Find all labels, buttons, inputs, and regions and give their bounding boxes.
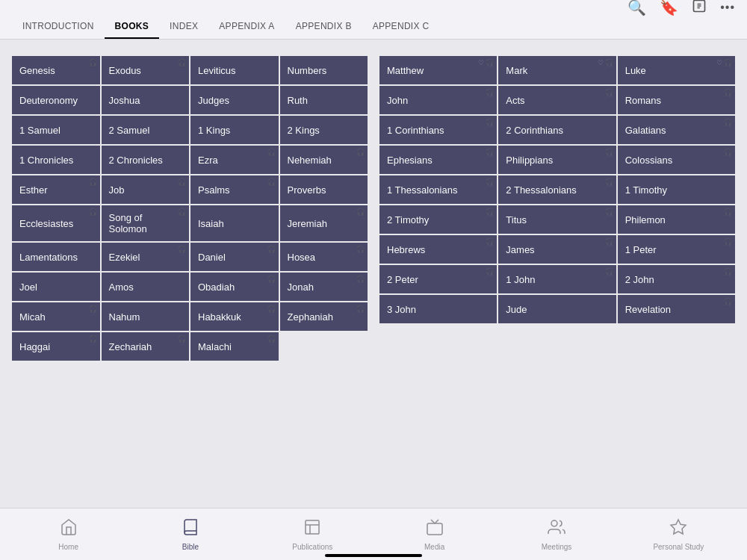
book-cell-2-john[interactable]: 2 John🎧 [618, 265, 735, 293]
book-name: Romans [625, 95, 661, 106]
book-cell-job[interactable]: Job🎧 [102, 175, 190, 204]
book-cell-judges[interactable]: Judges [190, 86, 279, 114]
publications-label: Publications [292, 543, 332, 551]
nav-tab-books[interactable]: BOOKS [105, 16, 160, 39]
book-cell-john[interactable]: John🎧 [379, 86, 497, 114]
book-audio-icon: 🎧 [356, 246, 365, 253]
book-cell-malachi[interactable]: Malachi🎧 [190, 332, 279, 361]
nav-tab-appendix_b[interactable]: APPENDIX B [285, 16, 362, 39]
book-cell-2-samuel[interactable]: 2 Samuel [102, 116, 190, 144]
book-cell-ezekiel[interactable]: Ezekiel🎧 [102, 243, 190, 271]
book-cell-1-corinthians[interactable]: 1 Corinthians🎧 [379, 116, 497, 144]
book-cell-1-timothy[interactable]: 1 Timothy [618, 175, 735, 204]
book-cell-numbers[interactable]: Numbers [280, 56, 368, 84]
book-cell-deuteronomy[interactable]: Deuteronomy [12, 86, 100, 114]
greek-section: Matthew♡🎧Mark♡🎧Luke♡🎧John🎧Acts🎧Romans🎧1 … [379, 52, 735, 361]
book-name: Jeremiah [288, 218, 327, 229]
bottom-nav-item-bible[interactable]: Bible [129, 518, 251, 551]
more-options-icon[interactable]: ••• [720, 1, 735, 14]
book-cell-james[interactable]: James🎧 [498, 235, 616, 264]
nav-tab-introduction[interactable]: INTRODUCTION [12, 16, 105, 39]
bottom-nav-item-publications[interactable]: Publications [252, 518, 374, 551]
book-cell-ruth[interactable]: Ruth [280, 86, 368, 114]
book-cell-1-peter[interactable]: 1 Peter🎧 [618, 235, 735, 264]
book-cell-galatians[interactable]: Galatians🎧 [618, 116, 735, 144]
book-cell-leviticus[interactable]: Leviticus [190, 56, 279, 84]
bottom-nav-item-personal-study[interactable]: Personal Study [618, 518, 740, 551]
bottom-nav-item-meetings[interactable]: Meetings [495, 518, 617, 551]
book-cell-amos[interactable]: Amos [102, 273, 190, 301]
book-cell-1-thessalonians[interactable]: 1 Thessalonians🎧 [379, 175, 497, 204]
book-cell-esther[interactable]: Esther🎧 [12, 175, 100, 204]
book-cell-acts[interactable]: Acts🎧 [498, 86, 616, 114]
book-name: 2 Peter [387, 274, 418, 285]
book-cell-psalms[interactable]: Psalms🎧 [190, 175, 279, 204]
book-cell-1-john[interactable]: 1 John🎧 [498, 265, 616, 293]
book-cell-ezra[interactable]: Ezra🎧 [190, 146, 279, 174]
book-cell-3-john[interactable]: 3 John [379, 295, 497, 323]
book-cell-2-chronicles[interactable]: 2 Chronicles [102, 146, 190, 174]
book-cell-ephesians[interactable]: Ephesians🎧 [379, 146, 497, 174]
audio-icon: 🎧 [724, 89, 732, 96]
book-cell-1-samuel[interactable]: 1 Samuel [12, 116, 100, 144]
book-cell-matthew[interactable]: Matthew♡🎧 [379, 56, 497, 84]
book-cell-titus[interactable]: Titus🎧 [498, 205, 616, 234]
book-cell-proverbs[interactable]: Proverbs [280, 175, 368, 204]
nav-tab-appendix_c[interactable]: APPENDIX C [362, 16, 440, 39]
bottom-nav-wrapper: HomeBiblePublicationsMediaMeetingsPerson… [0, 508, 747, 560]
book-cell-hosea[interactable]: Hosea🎧 [280, 243, 368, 271]
share-icon[interactable] [692, 0, 707, 17]
book-cell-joel[interactable]: Joel [12, 273, 100, 301]
bottom-nav-item-home[interactable]: Home [7, 518, 129, 551]
book-name: Philippians [506, 155, 553, 166]
book-cell-nehemiah[interactable]: Nehemiah🎧 [280, 146, 368, 174]
book-cell-colossians[interactable]: Colossians🎧 [618, 146, 735, 174]
audio-icon: 🎧 [724, 119, 732, 126]
book-icons: 🎧 [724, 149, 732, 156]
book-cell-joshua[interactable]: Joshua [102, 86, 190, 114]
book-cell-jude[interactable]: Jude [498, 295, 616, 323]
book-cell-haggai[interactable]: Haggai🎧 [12, 332, 100, 361]
book-cell-micah[interactable]: Micah🎧 [12, 302, 100, 331]
book-cell-2-peter[interactable]: 2 Peter🎧 [379, 265, 497, 293]
book-cell-2-thessalonians[interactable]: 2 Thessalonians🎧 [498, 175, 616, 204]
book-cell-mark[interactable]: Mark♡🎧 [498, 56, 616, 84]
book-cell-2-corinthians[interactable]: 2 Corinthians [498, 116, 616, 144]
book-cell-jonah[interactable]: Jonah🎧 [280, 273, 368, 301]
meetings-icon [548, 518, 565, 541]
search-icon[interactable]: 🔍 [627, 0, 646, 16]
book-cell-philippians[interactable]: Philippians🎧 [498, 146, 616, 174]
book-cell-ecclesiastes[interactable]: Ecclesiastes🎧 [12, 205, 100, 241]
book-name: Joshua [109, 95, 140, 106]
header-title-row: 🔍 🔖 ••• [12, 7, 735, 13]
book-cell-zechariah[interactable]: Zechariah🎧 [102, 332, 190, 361]
book-audio-icon: 🎧 [267, 305, 276, 313]
book-cell-zephaniah[interactable]: Zephaniah🎧 [280, 302, 368, 331]
book-name: Haggai [19, 341, 50, 352]
nav-tab-appendix_a[interactable]: APPENDIX A [208, 16, 285, 39]
book-cell-2-kings[interactable]: 2 Kings [280, 116, 368, 144]
book-cell-philemon[interactable]: Philemon🎧 [618, 205, 735, 234]
book-cell-1-kings[interactable]: 1 Kings [190, 116, 279, 144]
book-cell-song-of-solomon[interactable]: Song of Solomon🎧 [102, 205, 190, 241]
book-icons: 🎧 [724, 298, 732, 305]
book-cell-hebrews[interactable]: Hebrews🎧 [379, 235, 497, 264]
book-cell-genesis[interactable]: Genesis🎧 [12, 56, 100, 84]
nav-tab-index[interactable]: INDEX [159, 16, 208, 39]
book-cell-isaiah[interactable]: Isaiah [190, 205, 279, 241]
book-cell-jeremiah[interactable]: Jeremiah🎧 [280, 205, 368, 241]
book-cell-romans[interactable]: Romans🎧 [618, 86, 735, 114]
book-cell-habakkuk[interactable]: Habakkuk🎧 [190, 302, 279, 331]
book-cell-daniel[interactable]: Daniel🎧 [190, 243, 279, 271]
book-cell-nahum[interactable]: Nahum [102, 302, 190, 331]
book-cell-obadiah[interactable]: Obadiah🎧 [190, 273, 279, 301]
bookmark-icon[interactable]: 🔖 [660, 0, 678, 16]
book-cell-revelation[interactable]: Revelation🎧 [618, 295, 735, 323]
book-icons: 🎧 [605, 268, 613, 276]
book-cell-2-timothy[interactable]: 2 Timothy🎧 [379, 205, 497, 234]
bottom-nav-item-media[interactable]: Media [374, 518, 495, 551]
book-cell-1-chronicles[interactable]: 1 Chronicles [12, 146, 100, 174]
book-cell-exodus[interactable]: Exodus🎧 [102, 56, 190, 84]
book-cell-luke[interactable]: Luke♡🎧 [618, 56, 735, 84]
book-cell-lamentations[interactable]: Lamentations [12, 243, 100, 271]
